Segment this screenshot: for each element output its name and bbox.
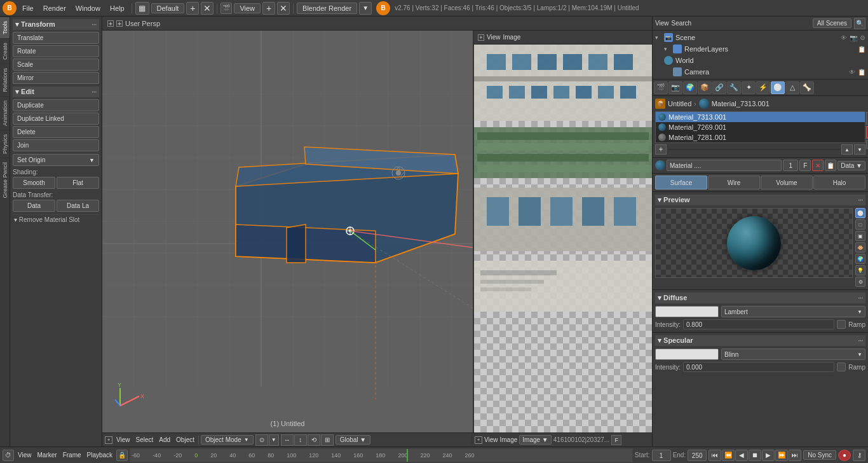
material-list-item-1[interactable]: Material_7313.001 [656,112,865,122]
mat-scroll-down2[interactable]: ▼ [854,144,865,155]
smooth-btn[interactable]: Smooth [13,177,55,189]
side-tab-create[interactable]: Create [0,38,10,64]
vp-select-menu[interactable]: Select [134,436,156,443]
tree-renderlayers-icon[interactable]: 📋 [858,46,865,53]
outliner-view-btn[interactable]: View [655,20,669,27]
breadcrumb-parent[interactable]: Untitled [668,100,691,107]
mat-data-dropdown[interactable]: Data ▼ [837,161,865,170]
side-tab-animation[interactable]: Animation [0,96,10,130]
tree-scene-visibility[interactable]: 👁 [841,34,847,41]
timeline-marker-btn[interactable]: Marker [36,452,59,459]
delete-btn[interactable]: Delete [13,126,99,138]
vp-object-menu[interactable]: Object [174,436,196,443]
prop-icon-modifiers[interactable]: 🔧 [727,81,741,94]
menu-help[interactable]: Help [106,3,128,13]
play-forward-btn[interactable]: ▶ [762,450,775,461]
outliner-search-btn[interactable]: Search [672,20,692,27]
preview-btn-world[interactable]: 🌍 [855,254,865,264]
vp-bottom-expand[interactable]: + [105,436,112,444]
material-list-item-2[interactable]: Material_7269.001 [656,122,865,132]
specular-ramp-checkbox[interactable] [837,363,846,371]
rotate-btn[interactable]: Rotate [13,45,99,57]
blender-logo[interactable]: B [3,1,17,15]
uv-f-btn[interactable]: F [611,435,621,445]
scenes-dropdown[interactable]: All Scenes [813,18,851,28]
uv-header-expand[interactable]: + [478,34,484,41]
menu-file[interactable]: File [18,3,37,13]
translate-btn[interactable]: Translate [13,32,99,44]
timeline-type-icon[interactable]: ⏱ [3,450,14,461]
diffuse-section-header[interactable]: ▾ Diffuse ··· [655,293,865,303]
context-tab-halo[interactable]: Halo [813,176,865,190]
play-backward-btn[interactable]: ◀ [735,450,748,461]
data-btn[interactable]: Data [13,200,55,212]
vp-manip-btn2[interactable]: ↕ [294,434,307,446]
preview-btn-flat[interactable]: □ [855,219,865,230]
timeline-view-btn[interactable]: View [16,452,34,459]
timeline-frame-btn[interactable]: Frame [61,452,83,459]
uv-image-dropdown[interactable]: Image ▼ [519,435,551,445]
duplicate-linked-btn[interactable]: Duplicate Linked [13,113,99,125]
tree-camera-visibility[interactable]: 👁 [849,69,855,76]
mat-copy-btn[interactable]: 📋 [825,160,836,171]
play-prev-btn[interactable]: ⏪ [722,450,735,461]
play-jump-end-btn[interactable]: ⏭ [789,450,801,461]
uv-image-btn[interactable]: Image [503,34,521,41]
side-tab-tools[interactable]: Tools [0,17,10,38]
screen-name-dropdown[interactable]: Default [151,3,185,13]
vp-manip-btn4[interactable]: ⊞ [321,434,334,446]
play-jump-start-btn[interactable]: ⏮ [709,450,721,461]
scene-dropdown[interactable]: View [234,3,261,13]
context-tab-volume[interactable]: Volume [761,176,813,190]
flat-btn[interactable]: Flat [57,177,99,189]
menu-render[interactable]: Render [39,3,70,13]
vp-add-menu[interactable]: Add [157,436,172,443]
preview-btn-monkey[interactable]: 🐵 [855,242,865,252]
keyframe-btn[interactable]: ⚷ [853,450,865,461]
transform-section-header[interactable]: ▾ Transform ··· [13,19,99,30]
breadcrumb-material[interactable]: Material_7313.001 [712,100,770,107]
material-list-item-3[interactable]: Material_7281.001 [656,132,865,142]
vp-view-menu[interactable]: View [114,436,132,443]
prop-icon-object[interactable]: 📦 [698,81,712,94]
prop-icon-particles[interactable]: ✦ [742,81,756,94]
duplicate-btn[interactable]: Duplicate [13,99,99,111]
mat-x-btn[interactable]: ✕ [812,160,824,171]
tree-scene-select[interactable]: ⚙ [860,34,865,41]
record-btn[interactable]: ● [838,450,851,461]
edit-section-header[interactable]: ▾ Edit ··· [13,86,99,97]
vp-pivot-arrow[interactable]: ▼ [269,434,279,446]
specular-color-swatch[interactable] [655,349,719,360]
vp-global-dropdown[interactable]: Global ▼ [336,435,371,445]
prop-icon-material[interactable]: ⚪ [771,81,785,94]
scene-add-btn[interactable]: + [262,2,275,15]
timeline-lock-icon[interactable]: 🔒 [116,450,128,461]
tree-item-scene[interactable]: ▾ 📷 Scene 👁 📷 ⚙ [653,32,868,43]
tree-item-camera[interactable]: Camera 👁 📋 [653,66,868,78]
viewport-controls[interactable]: + + [107,20,123,27]
diffuse-shader-dropdown[interactable]: Lambert▼ [721,306,865,317]
prop-icon-world[interactable]: 🌍 [683,81,697,94]
menu-window[interactable]: Window [72,3,104,13]
data-la-btn[interactable]: Data La [57,200,99,212]
specular-shader-dropdown[interactable]: Blinn▼ [721,349,865,360]
join-btn[interactable]: Join [13,139,99,151]
mat-scroll-up[interactable]: ▲ [841,144,853,155]
tree-item-renderlayers[interactable]: ▾ RenderLayers 📋 [653,43,868,55]
preview-btn-settings[interactable]: ⚙ [855,277,865,287]
vp-manip-btn3[interactable]: ⟲ [308,434,320,446]
vp-manip-btn1[interactable]: ↔ [281,434,294,446]
scale-btn[interactable]: Scale [13,59,99,71]
play-stop-btn[interactable]: ⏹ [749,450,761,461]
end-frame-input[interactable]: 250 [688,450,707,461]
screen-type-icon[interactable]: ▦ [135,2,149,15]
timeline-playhead[interactable] [407,449,408,462]
uv-expand[interactable]: + [475,436,482,444]
render-engine-arrow[interactable]: ▼ [359,2,372,15]
mat-f-btn[interactable]: F [799,160,811,171]
preview-btn-light[interactable]: 💡 [855,265,865,275]
prop-icon-scene[interactable]: 🎬 [654,81,668,94]
prop-icon-render[interactable]: 📷 [668,81,682,94]
render-engine-btn[interactable]: Blender Render [297,3,357,14]
preview-btn-sphere[interactable]: ⚪ [855,208,865,218]
